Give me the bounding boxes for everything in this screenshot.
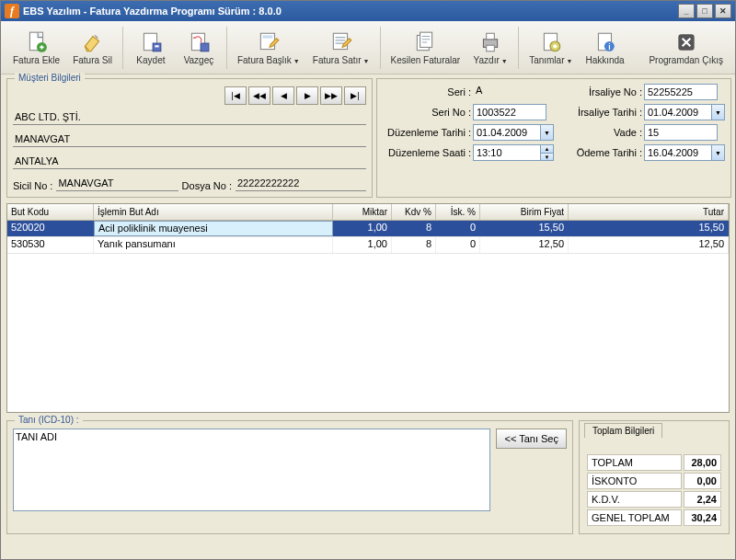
irs-tarih-label: İrsaliye Tarihi : — [554, 107, 644, 118]
undo-save-icon — [186, 29, 212, 55]
odeme-label: Ödeme Tarihi : — [554, 147, 644, 158]
toolbar-label: Hakkında — [585, 55, 624, 65]
duz-tarih-label: Düzenleme Tarihi : — [383, 127, 473, 138]
toolbar: Fatura Ekle Fatura Sil Kaydet Vazgeç Fat… — [1, 21, 735, 74]
date-dropdown-icon[interactable]: ▼ — [712, 144, 725, 161]
fatura-ekle-button[interactable]: Fatura Ekle — [6, 27, 66, 68]
tani-list[interactable]: TANI ADI — [13, 429, 490, 511]
svg-point-17 — [553, 44, 557, 48]
tani-group: Tanı (ICD-10) : TANI ADI << Tanı Seç — [6, 420, 573, 534]
customer-line2-input[interactable] — [13, 131, 366, 147]
close-button[interactable]: ✕ — [715, 4, 731, 18]
tani-legend: Tanı (ICD-10) : — [15, 415, 83, 425]
col-kdv[interactable]: Kdv % — [392, 204, 436, 220]
sicil-label: Sicil No : — [13, 180, 52, 191]
col-but-kodu[interactable]: But Kodu — [7, 204, 94, 220]
customer-group: Müşteri Bilgileri |◀ ◀◀ ◀ ▶ ▶▶ ▶| Sicil … — [6, 78, 373, 198]
vazgec-button[interactable]: Vazgeç — [175, 27, 223, 68]
irs-tarih-input[interactable] — [644, 104, 712, 120]
toolbar-label: Programdan Çıkış — [649, 55, 723, 65]
toolbar-label: Fatura Ekle — [13, 55, 60, 65]
titlebar: f EBS Yazılım - Fatura Yazdırma Programı… — [1, 1, 735, 21]
toolbar-label: Kesilen Faturalar — [391, 55, 461, 65]
seri-value: A — [473, 84, 554, 100]
dropdown-icon[interactable]: ▼ — [293, 58, 300, 64]
date-dropdown-icon[interactable]: ▼ — [712, 104, 725, 120]
totals-table: TOPLAM28,00 İSKONTO0,00 K.D.V.2,24 GENEL… — [585, 452, 723, 528]
spin-down-icon[interactable]: ▼ — [541, 153, 554, 161]
tani-sec-button[interactable]: << Tanı Seç — [496, 429, 567, 449]
invoices-icon — [412, 29, 438, 55]
nav-prev-button[interactable]: ◀ — [272, 86, 294, 105]
dosya-input[interactable] — [236, 175, 366, 191]
eraser-icon — [80, 29, 106, 55]
grid-row[interactable]: 530530 Yanık pansumanı 1,00 8 0 12,50 12… — [7, 237, 729, 254]
duz-saat-label: Düzenleme Saati : — [383, 147, 473, 158]
header-group: Seri : A Seri No : Düzenleme Tarihi : ▼ … — [376, 78, 731, 198]
tanimlar-button[interactable]: Tanımlar▼ — [523, 27, 579, 68]
dropdown-icon[interactable]: ▼ — [363, 58, 370, 64]
customer-legend: Müşteri Bilgileri — [15, 73, 85, 83]
fatura-baslik-button[interactable]: Fatura Başlık▼ — [231, 27, 306, 68]
nav-prevpage-button[interactable]: ◀◀ — [248, 86, 270, 105]
dropdown-icon[interactable]: ▼ — [567, 58, 573, 64]
document-add-icon — [24, 29, 50, 55]
nav-last-button[interactable]: ▶| — [344, 86, 366, 105]
toolbar-label: Vazgeç — [184, 55, 214, 65]
date-dropdown-icon[interactable]: ▼ — [541, 124, 554, 141]
editing-cell[interactable]: Acil poliklinik muayenesi — [94, 221, 333, 236]
col-miktar[interactable]: Miktar — [333, 204, 392, 220]
maximize-button[interactable]: □ — [696, 4, 713, 18]
col-isk[interactable]: İsk. % — [436, 204, 480, 220]
seri-no-label: Seri No : — [383, 107, 473, 118]
cikis-button[interactable]: Programdan Çıkış — [642, 27, 730, 68]
header-edit-icon — [256, 29, 282, 55]
nav-next-button[interactable]: ▶ — [296, 86, 318, 105]
customer-line1-input[interactable] — [13, 109, 366, 125]
seri-no-input[interactable] — [473, 104, 546, 120]
nav-nextpage-button[interactable]: ▶▶ — [320, 86, 342, 105]
fatura-sil-button[interactable]: Fatura Sil — [66, 27, 119, 68]
toolbar-label: Yazdır — [474, 55, 500, 65]
toolbar-label: Fatura Başlık — [237, 55, 292, 65]
toolbar-label: Fatura Satır — [313, 55, 362, 65]
app-icon: f — [5, 4, 19, 18]
toolbar-label: Kaydet — [136, 55, 165, 65]
spin-up-icon[interactable]: ▲ — [541, 144, 554, 153]
duz-saat-input[interactable] — [473, 144, 541, 161]
totals-tab[interactable]: Toplam Bilgileri — [584, 423, 662, 438]
save-icon — [138, 29, 164, 55]
grid-row[interactable]: 520020 Acil poliklinik muayenesi 1,00 8 … — [7, 221, 729, 237]
exit-icon — [673, 29, 699, 55]
svg-rect-6 — [201, 43, 209, 51]
window-title: EBS Yazılım - Fatura Yazdırma Programı S… — [23, 6, 678, 17]
kesilen-faturalar-button[interactable]: Kesilen Faturalar — [385, 27, 467, 68]
nav-first-button[interactable]: |◀ — [224, 86, 247, 105]
svg-rect-14 — [487, 45, 495, 51]
odeme-input[interactable] — [644, 144, 712, 161]
yazdir-button[interactable]: Yazdır▼ — [466, 27, 514, 68]
vade-label: Vade : — [554, 127, 644, 138]
fatura-satir-button[interactable]: Fatura Satır▼ — [306, 27, 376, 68]
irs-no-label: İrsaliye No : — [554, 86, 644, 97]
line-grid[interactable]: But Kodu İşlemin But Adı Miktar Kdv % İs… — [6, 203, 730, 413]
col-tutar[interactable]: Tutar — [569, 204, 729, 220]
hakkinda-button[interactable]: i Hakkında — [579, 27, 630, 68]
kaydet-button[interactable]: Kaydet — [127, 27, 175, 68]
svg-rect-4 — [155, 45, 158, 47]
col-bf[interactable]: Birim Fiyat — [480, 204, 569, 220]
duz-tarih-input[interactable] — [473, 124, 541, 141]
sicil-input[interactable] — [56, 175, 178, 191]
minimize-button[interactable]: _ — [678, 4, 695, 18]
dosya-label: Dosya No : — [182, 180, 232, 191]
settings-doc-icon — [538, 29, 564, 55]
dropdown-icon[interactable]: ▼ — [501, 58, 508, 64]
vade-input[interactable] — [644, 124, 718, 141]
col-islem[interactable]: İşlemin But Adı — [94, 204, 333, 220]
customer-line3-input[interactable] — [13, 153, 366, 169]
svg-text:i: i — [608, 42, 610, 51]
irs-no-input[interactable] — [644, 84, 718, 100]
svg-rect-13 — [487, 33, 495, 40]
svg-rect-9 — [333, 33, 347, 49]
toolbar-label: Fatura Sil — [73, 55, 112, 65]
